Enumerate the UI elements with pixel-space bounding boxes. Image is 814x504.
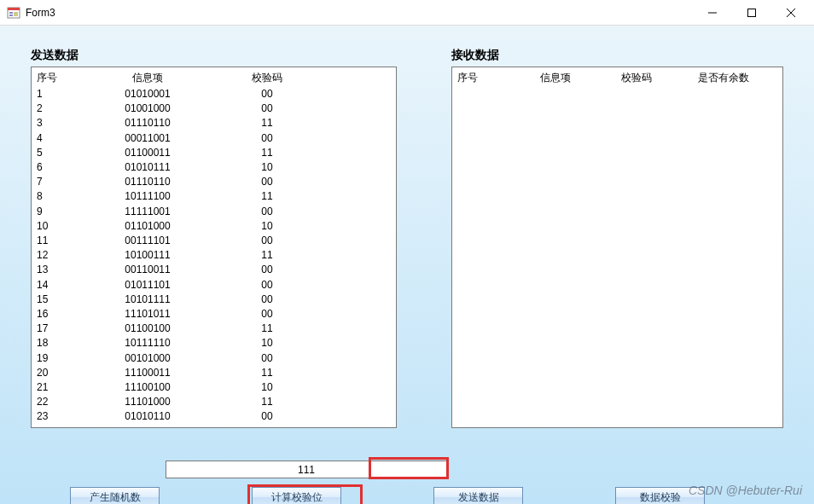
svg-rect-2 [9, 12, 13, 14]
cell-check: 10 [233, 160, 335, 175]
cell-check: 11 [233, 116, 335, 130]
calc-check-button[interactable]: 计算校验位 [252, 487, 341, 504]
cell-seq: 17 [37, 322, 96, 336]
cell-seq: 1 [37, 87, 96, 101]
recv-headers: 序号 信息项 校验码 是否有余数 [452, 67, 782, 87]
maximize-button[interactable] [732, 0, 771, 26]
table-row[interactable]: 221110100011 [37, 395, 391, 409]
poly-input[interactable] [166, 461, 447, 478]
table-row[interactable]: 110011110100 [37, 234, 391, 248]
cell-seq: 19 [37, 351, 96, 366]
send-label: 发送数据 [31, 48, 397, 63]
svg-rect-3 [9, 14, 13, 16]
cell-check: 10 [233, 336, 335, 350]
recv-header-check: 校验码 [602, 71, 671, 85]
cell-check: 11 [233, 146, 335, 160]
cell-seq: 9 [37, 205, 96, 219]
cell-seq: 21 [37, 380, 96, 395]
cell-check: 00 [233, 205, 335, 219]
send-data-button[interactable]: 发送数据 [433, 487, 523, 504]
cell-seq: 12 [37, 248, 96, 263]
cell-info: 01010110 [96, 409, 233, 424]
table-row[interactable]: 30111011011 [37, 116, 391, 130]
close-button[interactable] [771, 0, 811, 26]
send-panel: 发送数据 序号 信息项 校验码 101010001002010010000030… [31, 48, 397, 428]
table-row[interactable]: 161110101100 [37, 307, 391, 322]
client-area: 发送数据 序号 信息项 校验码 101010001002010010000030… [0, 26, 814, 504]
svg-rect-1 [8, 8, 20, 10]
recv-label: 接收数据 [451, 48, 783, 63]
cell-info: 01110110 [96, 175, 233, 189]
table-row[interactable]: 70111011000 [37, 175, 391, 189]
recv-panel: 接收数据 序号 信息项 校验码 是否有余数 [451, 48, 783, 428]
table-row[interactable]: 10101000100 [37, 87, 391, 101]
table-row[interactable]: 20100100000 [37, 101, 391, 116]
cell-check: 11 [233, 322, 335, 336]
table-row[interactable]: 181011111010 [37, 336, 391, 350]
cell-check: 00 [233, 293, 335, 307]
send-header-info: 信息项 [96, 71, 233, 85]
table-row[interactable]: 140101110100 [37, 278, 391, 293]
cell-info: 10111110 [96, 336, 233, 350]
watermark: CSDN @Hebuter-Rui [689, 484, 802, 497]
cell-seq: 5 [37, 146, 96, 160]
window-title: Form3 [26, 7, 55, 19]
cell-info: 00011001 [96, 131, 233, 146]
cell-seq: 10 [37, 219, 96, 234]
cell-seq: 7 [37, 175, 96, 189]
cell-info: 01010001 [96, 87, 233, 101]
send-listbox[interactable]: 序号 信息项 校验码 10101000100201001000003011101… [31, 67, 397, 428]
cell-info: 01110110 [96, 116, 233, 130]
cell-check: 00 [233, 234, 335, 248]
app-icon [7, 6, 20, 20]
table-row[interactable]: 121010011111 [37, 248, 391, 263]
cell-seq: 3 [37, 116, 96, 130]
cell-check: 00 [233, 409, 335, 424]
cell-check: 00 [233, 101, 335, 116]
cell-info: 11101000 [96, 395, 233, 409]
cell-check: 00 [233, 131, 335, 146]
table-row[interactable]: 60101011110 [37, 160, 391, 175]
cell-seq: 2 [37, 101, 96, 116]
cell-check: 10 [233, 219, 335, 234]
send-header-seq: 序号 [37, 71, 96, 85]
table-row[interactable]: 100110100010 [37, 219, 391, 234]
cell-check: 11 [233, 366, 335, 380]
cell-check: 11 [233, 248, 335, 263]
table-row[interactable]: 230101011000 [37, 409, 391, 424]
cell-check: 11 [233, 189, 335, 204]
table-row[interactable]: 201110001111 [37, 366, 391, 380]
generate-random-button[interactable]: 产生随机数 [70, 487, 160, 504]
send-headers: 序号 信息项 校验码 [32, 67, 396, 87]
table-row[interactable]: 50110001111 [37, 146, 391, 160]
cell-info: 10100111 [96, 248, 233, 263]
cell-check: 00 [233, 307, 335, 322]
table-row[interactable]: 151010111100 [37, 293, 391, 307]
cell-info: 11111001 [96, 205, 233, 219]
minimize-button[interactable] [693, 0, 732, 26]
table-row[interactable]: 211110010010 [37, 380, 391, 395]
table-row[interactable]: 170110010011 [37, 322, 391, 336]
cell-check: 11 [233, 395, 335, 409]
cell-seq: 4 [37, 131, 96, 146]
table-row[interactable]: 130011001100 [37, 263, 391, 277]
table-row[interactable]: 91111100100 [37, 205, 391, 219]
titlebar: Form3 [0, 0, 814, 26]
cell-seq: 23 [37, 409, 96, 424]
cell-check: 00 [233, 175, 335, 189]
table-row[interactable]: 81011110011 [37, 189, 391, 204]
cell-info: 11101011 [96, 307, 233, 322]
recv-header-info: 信息项 [509, 71, 602, 85]
cell-info: 11100011 [96, 366, 233, 380]
table-row[interactable]: 190010100000 [37, 351, 391, 366]
cell-info: 01101000 [96, 219, 233, 234]
cell-seq: 13 [37, 263, 96, 277]
cell-check: 10 [233, 380, 335, 395]
recv-listbox[interactable]: 序号 信息项 校验码 是否有余数 [451, 67, 783, 428]
cell-seq: 16 [37, 307, 96, 322]
cell-info: 00101000 [96, 351, 233, 366]
cell-seq: 14 [37, 278, 96, 293]
cell-info: 01100100 [96, 322, 233, 336]
table-row[interactable]: 40001100100 [37, 131, 391, 146]
cell-seq: 8 [37, 189, 96, 204]
